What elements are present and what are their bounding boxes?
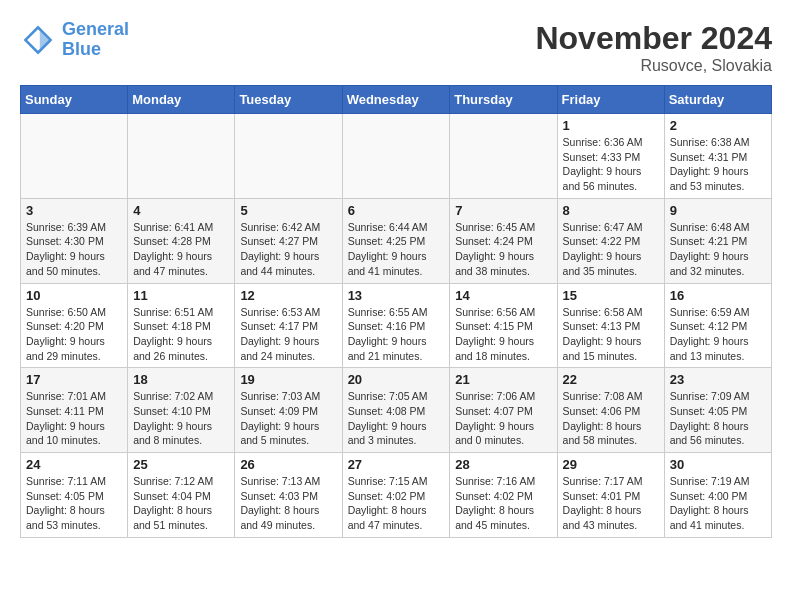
day-number: 21 — [455, 372, 551, 387]
day-number: 27 — [348, 457, 445, 472]
day-number: 22 — [563, 372, 659, 387]
day-number: 30 — [670, 457, 766, 472]
calendar-cell: 28Sunrise: 7:16 AMSunset: 4:02 PMDayligh… — [450, 453, 557, 538]
calendar-cell: 4Sunrise: 6:41 AMSunset: 4:28 PMDaylight… — [128, 198, 235, 283]
day-number: 16 — [670, 288, 766, 303]
calendar-cell: 24Sunrise: 7:11 AMSunset: 4:05 PMDayligh… — [21, 453, 128, 538]
calendar-cell: 7Sunrise: 6:45 AMSunset: 4:24 PMDaylight… — [450, 198, 557, 283]
logo-text: General Blue — [62, 20, 129, 60]
calendar-cell: 12Sunrise: 6:53 AMSunset: 4:17 PMDayligh… — [235, 283, 342, 368]
day-info: Sunrise: 7:02 AMSunset: 4:10 PMDaylight:… — [133, 389, 229, 448]
page-header: General Blue November 2024 Rusovce, Slov… — [20, 20, 772, 75]
day-number: 29 — [563, 457, 659, 472]
calendar-cell: 25Sunrise: 7:12 AMSunset: 4:04 PMDayligh… — [128, 453, 235, 538]
day-number: 17 — [26, 372, 122, 387]
weekday-header: Tuesday — [235, 86, 342, 114]
calendar-cell: 2Sunrise: 6:38 AMSunset: 4:31 PMDaylight… — [664, 114, 771, 199]
logo-line2: Blue — [62, 39, 101, 59]
day-info: Sunrise: 7:09 AMSunset: 4:05 PMDaylight:… — [670, 389, 766, 448]
day-number: 23 — [670, 372, 766, 387]
logo-line1: General — [62, 19, 129, 39]
weekday-header: Friday — [557, 86, 664, 114]
day-info: Sunrise: 7:13 AMSunset: 4:03 PMDaylight:… — [240, 474, 336, 533]
day-number: 7 — [455, 203, 551, 218]
day-info: Sunrise: 6:58 AMSunset: 4:13 PMDaylight:… — [563, 305, 659, 364]
day-info: Sunrise: 7:01 AMSunset: 4:11 PMDaylight:… — [26, 389, 122, 448]
day-info: Sunrise: 7:12 AMSunset: 4:04 PMDaylight:… — [133, 474, 229, 533]
day-number: 8 — [563, 203, 659, 218]
title-block: November 2024 Rusovce, Slovakia — [535, 20, 772, 75]
day-number: 26 — [240, 457, 336, 472]
calendar-cell — [21, 114, 128, 199]
location: Rusovce, Slovakia — [535, 57, 772, 75]
calendar-cell: 6Sunrise: 6:44 AMSunset: 4:25 PMDaylight… — [342, 198, 450, 283]
day-info: Sunrise: 6:47 AMSunset: 4:22 PMDaylight:… — [563, 220, 659, 279]
day-info: Sunrise: 6:42 AMSunset: 4:27 PMDaylight:… — [240, 220, 336, 279]
day-number: 13 — [348, 288, 445, 303]
day-info: Sunrise: 6:50 AMSunset: 4:20 PMDaylight:… — [26, 305, 122, 364]
day-info: Sunrise: 6:55 AMSunset: 4:16 PMDaylight:… — [348, 305, 445, 364]
day-info: Sunrise: 7:15 AMSunset: 4:02 PMDaylight:… — [348, 474, 445, 533]
day-info: Sunrise: 7:16 AMSunset: 4:02 PMDaylight:… — [455, 474, 551, 533]
day-number: 5 — [240, 203, 336, 218]
calendar-week-row: 3Sunrise: 6:39 AMSunset: 4:30 PMDaylight… — [21, 198, 772, 283]
day-info: Sunrise: 7:06 AMSunset: 4:07 PMDaylight:… — [455, 389, 551, 448]
day-number: 10 — [26, 288, 122, 303]
calendar-cell: 8Sunrise: 6:47 AMSunset: 4:22 PMDaylight… — [557, 198, 664, 283]
day-number: 2 — [670, 118, 766, 133]
day-number: 4 — [133, 203, 229, 218]
calendar-cell — [128, 114, 235, 199]
day-info: Sunrise: 6:56 AMSunset: 4:15 PMDaylight:… — [455, 305, 551, 364]
day-info: Sunrise: 6:41 AMSunset: 4:28 PMDaylight:… — [133, 220, 229, 279]
calendar-cell: 23Sunrise: 7:09 AMSunset: 4:05 PMDayligh… — [664, 368, 771, 453]
day-info: Sunrise: 6:38 AMSunset: 4:31 PMDaylight:… — [670, 135, 766, 194]
calendar-cell: 17Sunrise: 7:01 AMSunset: 4:11 PMDayligh… — [21, 368, 128, 453]
day-number: 24 — [26, 457, 122, 472]
calendar-cell: 16Sunrise: 6:59 AMSunset: 4:12 PMDayligh… — [664, 283, 771, 368]
day-info: Sunrise: 6:59 AMSunset: 4:12 PMDaylight:… — [670, 305, 766, 364]
logo: General Blue — [20, 20, 129, 60]
day-number: 14 — [455, 288, 551, 303]
calendar-cell: 22Sunrise: 7:08 AMSunset: 4:06 PMDayligh… — [557, 368, 664, 453]
calendar-cell: 27Sunrise: 7:15 AMSunset: 4:02 PMDayligh… — [342, 453, 450, 538]
calendar-cell: 15Sunrise: 6:58 AMSunset: 4:13 PMDayligh… — [557, 283, 664, 368]
calendar-cell: 26Sunrise: 7:13 AMSunset: 4:03 PMDayligh… — [235, 453, 342, 538]
day-number: 12 — [240, 288, 336, 303]
calendar-cell: 10Sunrise: 6:50 AMSunset: 4:20 PMDayligh… — [21, 283, 128, 368]
calendar-cell — [235, 114, 342, 199]
day-info: Sunrise: 6:48 AMSunset: 4:21 PMDaylight:… — [670, 220, 766, 279]
day-number: 28 — [455, 457, 551, 472]
calendar-week-row: 10Sunrise: 6:50 AMSunset: 4:20 PMDayligh… — [21, 283, 772, 368]
weekday-header: Monday — [128, 86, 235, 114]
day-number: 18 — [133, 372, 229, 387]
day-info: Sunrise: 7:08 AMSunset: 4:06 PMDaylight:… — [563, 389, 659, 448]
calendar-cell — [450, 114, 557, 199]
day-info: Sunrise: 6:45 AMSunset: 4:24 PMDaylight:… — [455, 220, 551, 279]
day-info: Sunrise: 6:51 AMSunset: 4:18 PMDaylight:… — [133, 305, 229, 364]
calendar-cell: 30Sunrise: 7:19 AMSunset: 4:00 PMDayligh… — [664, 453, 771, 538]
day-info: Sunrise: 7:05 AMSunset: 4:08 PMDaylight:… — [348, 389, 445, 448]
day-number: 9 — [670, 203, 766, 218]
day-info: Sunrise: 6:53 AMSunset: 4:17 PMDaylight:… — [240, 305, 336, 364]
logo-icon — [20, 22, 56, 58]
calendar-cell: 9Sunrise: 6:48 AMSunset: 4:21 PMDaylight… — [664, 198, 771, 283]
calendar-week-row: 24Sunrise: 7:11 AMSunset: 4:05 PMDayligh… — [21, 453, 772, 538]
day-info: Sunrise: 6:44 AMSunset: 4:25 PMDaylight:… — [348, 220, 445, 279]
calendar-cell: 1Sunrise: 6:36 AMSunset: 4:33 PMDaylight… — [557, 114, 664, 199]
day-number: 25 — [133, 457, 229, 472]
calendar-week-row: 1Sunrise: 6:36 AMSunset: 4:33 PMDaylight… — [21, 114, 772, 199]
calendar-cell: 11Sunrise: 6:51 AMSunset: 4:18 PMDayligh… — [128, 283, 235, 368]
day-number: 11 — [133, 288, 229, 303]
calendar-week-row: 17Sunrise: 7:01 AMSunset: 4:11 PMDayligh… — [21, 368, 772, 453]
day-number: 20 — [348, 372, 445, 387]
calendar-cell: 21Sunrise: 7:06 AMSunset: 4:07 PMDayligh… — [450, 368, 557, 453]
calendar-table: SundayMondayTuesdayWednesdayThursdayFrid… — [20, 85, 772, 538]
calendar-cell: 14Sunrise: 6:56 AMSunset: 4:15 PMDayligh… — [450, 283, 557, 368]
day-info: Sunrise: 7:11 AMSunset: 4:05 PMDaylight:… — [26, 474, 122, 533]
calendar-cell: 29Sunrise: 7:17 AMSunset: 4:01 PMDayligh… — [557, 453, 664, 538]
calendar-cell: 19Sunrise: 7:03 AMSunset: 4:09 PMDayligh… — [235, 368, 342, 453]
calendar-cell: 20Sunrise: 7:05 AMSunset: 4:08 PMDayligh… — [342, 368, 450, 453]
day-info: Sunrise: 7:17 AMSunset: 4:01 PMDaylight:… — [563, 474, 659, 533]
calendar-cell: 5Sunrise: 6:42 AMSunset: 4:27 PMDaylight… — [235, 198, 342, 283]
day-info: Sunrise: 7:03 AMSunset: 4:09 PMDaylight:… — [240, 389, 336, 448]
